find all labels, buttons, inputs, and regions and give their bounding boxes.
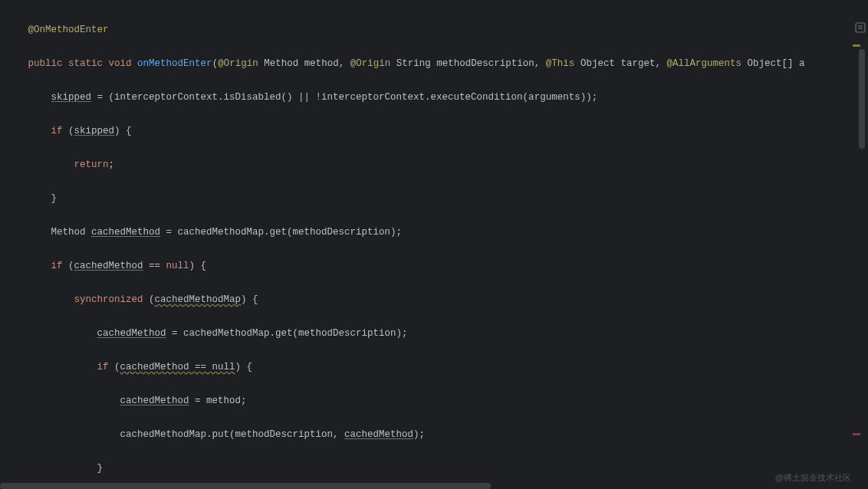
svg-rect-0 [856, 23, 865, 32]
reader-mode-icon[interactable] [854, 21, 866, 34]
code-editor[interactable]: @OnMethodEnter public static void onMeth… [0, 0, 868, 489]
error-mark[interactable] [853, 433, 860, 435]
watermark-text: @稀土掘金技术社区 [775, 469, 851, 486]
vertical-scrollbar[interactable] [859, 49, 865, 149]
warning-variable: cachedMethodMap [155, 294, 242, 305]
warning-mark[interactable] [853, 44, 860, 47]
horizontal-scrollbar[interactable] [0, 483, 491, 489]
method-declaration: onMethodEnter [137, 58, 212, 69]
annotation: @OnMethodEnter [28, 25, 109, 35]
